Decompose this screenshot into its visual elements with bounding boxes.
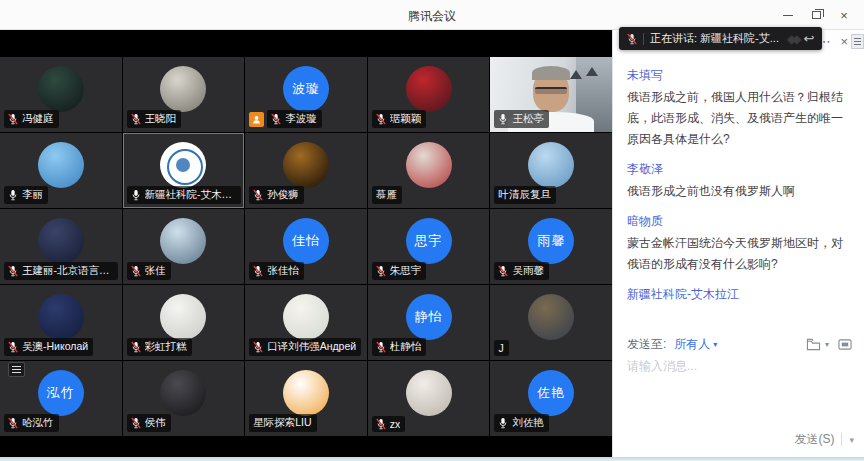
toast-divider (643, 33, 644, 45)
participant-tile[interactable]: 口译刘伟强Андрей (245, 285, 367, 360)
meeting-main-area: 冯健庭 (0, 30, 864, 457)
participant-name: 慕雁 (376, 188, 397, 202)
participant-tile[interactable]: 孙俊狮 (245, 133, 367, 208)
participant-tile[interactable]: zx (368, 361, 490, 436)
send-options-chevron-icon[interactable]: ▾ (849, 435, 854, 445)
name-bar: 孙俊狮 (249, 186, 304, 204)
participant-tile[interactable]: 佳怡 张佳怡 (245, 209, 367, 284)
avatar (528, 142, 574, 188)
participant-tile[interactable]: 雨馨 吴雨馨 (490, 209, 612, 284)
participant-name: 李波璇 (285, 112, 317, 126)
participant-tile[interactable]: 张佳 (123, 209, 245, 284)
file-folder-icon[interactable] (806, 338, 821, 351)
avatar: 佳怡 (283, 218, 329, 264)
send-divider (841, 433, 842, 446)
participant-tile[interactable]: 静怡 杜静怡 (368, 285, 490, 360)
chevron-down-icon[interactable]: ▾ (713, 340, 717, 349)
participant-tile[interactable]: 彩虹打糕 (123, 285, 245, 360)
participant-tile[interactable]: 吴澳-Николай (0, 285, 122, 360)
participant-tile[interactable]: 冯健庭 (0, 57, 122, 132)
sender-name: 暗物质 (627, 213, 854, 230)
screenshot-icon[interactable] (838, 338, 852, 351)
mic-icon (8, 113, 18, 125)
mic-icon (271, 113, 281, 125)
participant-tile[interactable]: 王松亭 (490, 57, 612, 132)
chevron-down-icon[interactable]: ▾ (825, 340, 829, 349)
participant-tile[interactable]: 思宇 朱思宇 (368, 209, 490, 284)
avatar: 波璇 (283, 66, 329, 112)
participant-tile[interactable]: 侯伟 (123, 361, 245, 436)
participant-tile[interactable]: 王晓阳 (123, 57, 245, 132)
message-input[interactable]: 请输入消息... (627, 358, 850, 375)
participant-tile[interactable]: 王建丽-北京语言大学 (0, 209, 122, 284)
sidebar-menu-icon[interactable] (851, 34, 864, 49)
minimize-button[interactable] (774, 0, 802, 30)
name-bar: 张佳 (127, 262, 171, 280)
participant-tile[interactable]: 新疆社科院-艾木拉江 (123, 133, 245, 208)
avatar: 雨馨 (528, 218, 574, 264)
reply-arrow-icon[interactable]: ↩ (803, 32, 814, 45)
name-bar: J (494, 340, 508, 356)
participant-name: 冯健庭 (22, 112, 54, 126)
name-bar: 彩虹打糕 (127, 338, 192, 356)
send-button[interactable]: 发送(S) (794, 431, 834, 448)
participant-name: 李丽 (22, 188, 43, 202)
avatar (160, 142, 206, 188)
mic-icon (131, 341, 141, 353)
participant-tile[interactable]: 慕雁 (368, 133, 490, 208)
mic-icon (8, 189, 18, 201)
send-to-label: 发送至: (627, 336, 666, 353)
meeting-window: 腾讯会议 × (0, 0, 864, 461)
participant-name: 彩虹打糕 (145, 340, 187, 354)
mic-icon (376, 113, 386, 125)
avatar (160, 294, 206, 340)
video-grid: 冯健庭 (0, 57, 612, 436)
sender-name: 新疆社科院-艾木拉江 (627, 286, 854, 302)
participant-tile[interactable]: 琚颖颖 (368, 57, 490, 132)
avatar (406, 370, 452, 416)
send-to-row: 发送至: 所有人 ▾ ▾ (627, 334, 852, 354)
participant-tile[interactable]: 星际探索LIU (245, 361, 367, 436)
name-bar: 新疆社科院-艾木拉江 (127, 186, 241, 204)
avatar (283, 142, 329, 188)
name-bar: 刘佐艳 (494, 414, 549, 432)
close-button[interactable]: × (830, 0, 858, 30)
window-title: 腾讯会议 (0, 8, 864, 25)
avatar (38, 218, 84, 264)
message-text: 蒙古金帐汗国统治今天俄罗斯地区时，对俄语的形成有没有什么影响? (627, 233, 854, 275)
name-bar: 朱思宇 (372, 262, 427, 280)
mic-icon (8, 341, 18, 353)
participant-name: 新疆社科院-艾木拉江 (145, 188, 236, 202)
participant-tile[interactable]: 波璇 李波璇 (245, 57, 367, 132)
participant-name: 琚颖颖 (390, 112, 422, 126)
avatar (38, 294, 84, 340)
name-bar: 李丽 (4, 186, 48, 204)
participant-tile[interactable]: 叶清辰复旦 (490, 133, 612, 208)
mic-icon (376, 265, 386, 277)
chat-message: 暗物质 蒙古金帐汗国统治今天俄罗斯地区时，对俄语的形成有没有什么影响? (627, 213, 854, 275)
minimize-icon (783, 15, 793, 16)
mic-icon (131, 113, 141, 125)
chat-close-icon[interactable]: × (840, 34, 848, 49)
avatar (283, 294, 329, 340)
participant-tile[interactable]: 李丽 (0, 133, 122, 208)
muted-mic-icon (627, 33, 637, 45)
maximize-button[interactable] (802, 0, 830, 30)
participant-name: 哈泓竹 (22, 416, 54, 430)
participant-name: J (498, 342, 503, 354)
participant-name: 吴雨馨 (512, 264, 544, 278)
participant-tile[interactable]: J (490, 285, 612, 360)
window-bottom-border (0, 457, 864, 461)
name-bar: 杜静怡 (372, 338, 427, 356)
layout-toggle-icon[interactable] (8, 362, 25, 377)
mic-icon (253, 341, 263, 353)
participant-name: 侯伟 (145, 416, 166, 430)
restore-icon (812, 11, 821, 19)
send-to-select[interactable]: 所有人 (674, 336, 710, 353)
chat-panel: 正在讲话: 新疆社科院-艾... ◆◆ ↩ ⋯ × 未填写 俄语形成之前，俄国人… (612, 30, 864, 457)
message-text: 俄语形成之前，俄国人用什么语？归根结底，此语形成、消失、及俄语产生的唯一原因各具… (627, 87, 854, 150)
chat-message-list[interactable]: 未填写 俄语形成之前，俄国人用什么语？归根结底，此语形成、消失、及俄语产生的唯一… (627, 56, 854, 302)
participant-tile[interactable]: 佐艳 刘佐艳 (490, 361, 612, 436)
message-text: 俄语形成之前也没有俄罗斯人啊 (627, 181, 854, 202)
mic-icon (498, 265, 508, 277)
